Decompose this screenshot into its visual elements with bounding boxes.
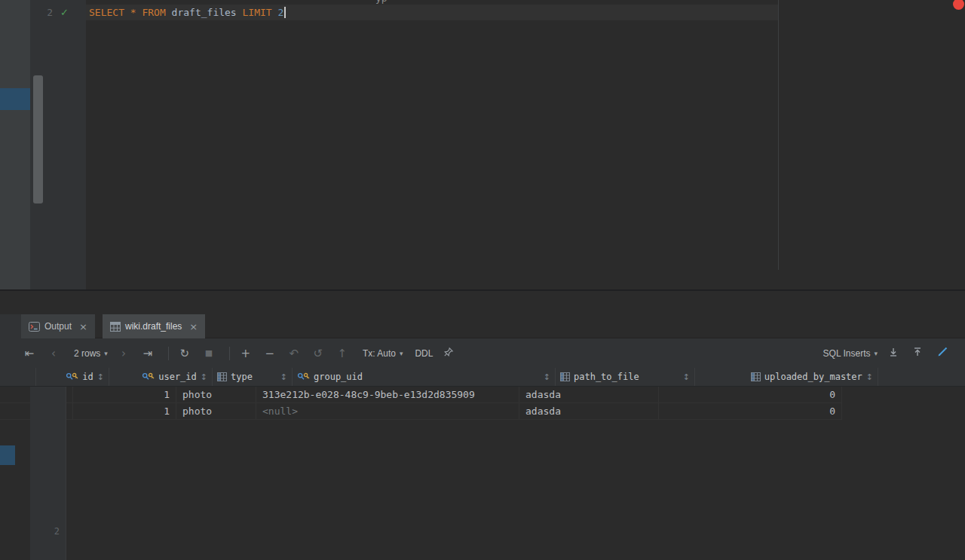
cell-user_id[interactable]: 1 — [73, 387, 176, 403]
reload-page-button[interactable]: ↻ — [175, 344, 195, 363]
column-header-uploaded_by_master[interactable]: uploaded_by_master↕ — [695, 368, 878, 386]
column-header-path_to_file[interactable]: path_to_file↕ — [556, 368, 695, 386]
sort-icon[interactable]: ↕ — [683, 372, 690, 382]
last-row-button[interactable]: ⇥ — [138, 344, 158, 363]
line-number: 2 — [30, 7, 53, 18]
export-data-button[interactable] — [884, 344, 903, 363]
cell-type[interactable]: photo — [176, 403, 256, 420]
sql-inserts-dropdown[interactable]: SQL Inserts ▾ — [823, 348, 878, 359]
close-icon[interactable]: × — [79, 321, 87, 332]
cell-path_to_file[interactable]: adasda — [519, 387, 659, 403]
download-icon — [888, 347, 899, 360]
submit-icon: ↑ — [338, 347, 348, 360]
grid-corner-cell[interactable] — [0, 368, 36, 386]
rollback-icon: ↺ — [314, 347, 323, 360]
column-header-user_id[interactable]: user_id↕ — [109, 368, 213, 386]
row-count-dropdown[interactable]: 2 rows ▾ — [74, 348, 108, 359]
cell-path_to_file[interactable]: adasda — [519, 403, 659, 420]
sort-icon[interactable]: ↕ — [201, 372, 207, 382]
key-column-icon — [66, 372, 78, 381]
previous-page-button[interactable]: ‹ — [44, 344, 63, 363]
column-icon — [217, 372, 227, 381]
next-page-button[interactable]: › — [114, 344, 133, 363]
sort-icon[interactable]: ↕ — [97, 372, 104, 382]
column-header-id[interactable]: id↕ — [36, 368, 109, 386]
sql-editor[interactable]: SELECT * FROM draft_files LIMIT 2 yp — [86, 0, 965, 289]
column-icon — [560, 372, 570, 381]
tab-output[interactable]: Output × — [21, 314, 95, 338]
panel-splitter[interactable] — [0, 289, 965, 291]
text-caret — [284, 7, 286, 18]
bottom-stripe-button-selected[interactable] — [0, 445, 15, 465]
column-icon — [751, 372, 761, 381]
close-icon[interactable]: × — [189, 321, 198, 332]
tab-wiki-draft-files[interactable]: wiki.draft_files × — [103, 314, 205, 338]
edit-as-table-button[interactable] — [932, 344, 951, 363]
add-row-icon: + — [241, 347, 251, 360]
column-label: type — [231, 372, 253, 382]
tool-window-tab-bar: Output × wiki.draft_files × — [0, 314, 965, 338]
reload-icon: ↻ — [180, 347, 190, 360]
stop-button[interactable]: ■ — [199, 344, 219, 363]
column-label: path_to_file — [574, 372, 639, 382]
scrollbar-thumb[interactable] — [33, 75, 43, 203]
sort-icon[interactable]: ↕ — [544, 372, 550, 382]
statement-success-icon: ✓ — [60, 7, 69, 18]
cell-user_id[interactable]: 1 — [73, 403, 176, 420]
column-label: uploaded_by_master — [764, 372, 862, 382]
table-icon — [110, 322, 121, 332]
submit-button[interactable]: ↑ — [332, 344, 352, 363]
ddl-label: DDL — [415, 348, 433, 359]
table-row: 1131photo313e212b-e028-48c9-9beb-e13d2d8… — [0, 387, 965, 403]
notification-dot — [953, 0, 964, 10]
ddl-button[interactable]: DDL — [415, 348, 433, 359]
add-row-button[interactable]: + — [236, 344, 256, 363]
toolbar-separator — [229, 347, 230, 360]
row-number[interactable]: 2 — [30, 387, 66, 560]
column-header-group_uid[interactable]: group_uid↕ — [293, 368, 556, 386]
keyword-limit: LIMIT — [243, 7, 278, 18]
first-row-button[interactable]: ⇤ — [20, 344, 39, 363]
sort-icon[interactable]: ↕ — [280, 372, 287, 382]
ide-root: 2 ✓ SELECT * FROM draft_files LIMIT 2 yp — [0, 0, 965, 560]
cell-uploaded_by_master[interactable]: 0 — [659, 387, 842, 403]
blue-pencil-icon — [936, 347, 948, 360]
pin-button[interactable] — [439, 344, 458, 363]
editor-pane: 2 ✓ SELECT * FROM draft_files LIMIT 2 yp — [0, 0, 965, 289]
tx-mode-label: Tx: Auto — [363, 348, 396, 359]
stripe-button-selected[interactable] — [0, 88, 30, 110]
cell-group_uid[interactable]: 313e212b-e028-48c9-9beb-e13d2d835909 — [256, 387, 519, 403]
keyword-from: FROM — [142, 7, 171, 18]
sort-icon[interactable]: ↕ — [866, 372, 873, 382]
sql-statement[interactable]: SELECT * FROM draft_files LIMIT 2 — [89, 5, 286, 20]
sql-inserts-label: SQL Inserts — [823, 348, 871, 359]
tab-label: Output — [44, 321, 72, 332]
upload-button[interactable] — [908, 344, 927, 363]
pin-icon — [443, 347, 454, 360]
column-label: group_uid — [314, 372, 363, 382]
toolbar-separator — [168, 347, 169, 360]
keyword-select: SELECT — [89, 7, 130, 18]
chevron-down-icon: ▾ — [104, 350, 108, 357]
cell-uploaded_by_master[interactable]: 0 — [659, 403, 842, 420]
cell-type[interactable]: photo — [176, 387, 256, 403]
grid-header-row: id↕ user_id↕ type↕ group_uid↕ path_to_fi… — [0, 368, 965, 387]
delete-row-button[interactable]: − — [260, 344, 280, 363]
clipped-text-fragment: yp — [375, 0, 388, 4]
key-column-icon — [297, 372, 310, 381]
key-column-icon — [142, 372, 155, 381]
revert-icon: ↶ — [290, 347, 299, 360]
tx-mode-dropdown[interactable]: Tx: Auto ▾ — [363, 348, 403, 359]
table-row: 2141photo<null>adasda0 — [0, 403, 965, 420]
chevron-down-icon: ▾ — [874, 350, 878, 357]
rollback-button[interactable]: ↺ — [308, 344, 328, 363]
column-header-type[interactable]: type↕ — [213, 368, 293, 386]
number-token: 2 — [277, 7, 283, 18]
column-label: user_id — [158, 372, 197, 382]
row-count-label: 2 rows — [74, 348, 100, 359]
grid-rows: 1131photo313e212b-e028-48c9-9beb-e13d2d8… — [0, 387, 965, 420]
upload-icon — [912, 347, 923, 360]
console-icon — [29, 322, 40, 332]
cell-group_uid[interactable]: <null> — [256, 403, 519, 420]
revert-button[interactable]: ↶ — [284, 344, 304, 363]
